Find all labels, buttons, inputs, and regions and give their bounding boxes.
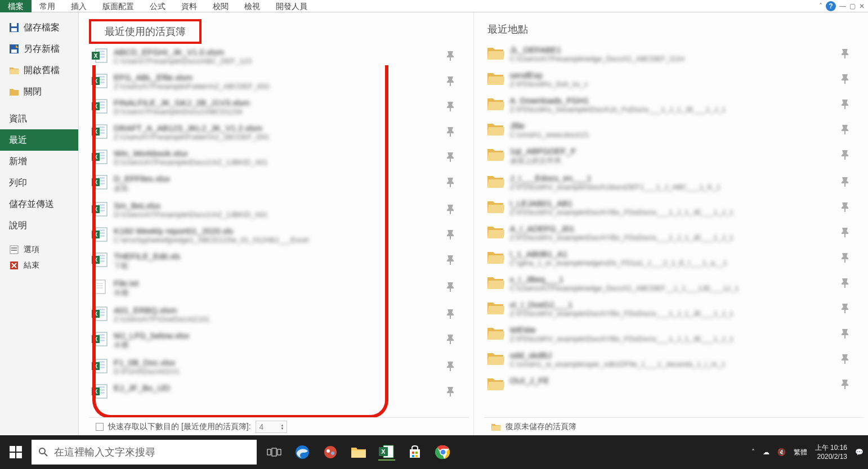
ribbon-tab-data[interactable]: 資料 — [173, 0, 205, 12]
recent-file-item[interactable]: X EFG_ABL_Efile.xlsm Z:\UsersA\TFexample… — [89, 69, 459, 94]
recent-files-list[interactable]: X ABCD_EFGHI_JK_V1.0.xlsm C:\Users\TFexa… — [89, 44, 469, 417]
minimize-icon[interactable]: — — [839, 2, 846, 10]
sidebar-item-options[interactable]: 選項 — [0, 242, 78, 258]
tray-chevron-icon[interactable]: ˄ — [751, 448, 755, 456]
pin-icon[interactable] — [444, 281, 457, 293]
pin-icon[interactable] — [839, 201, 851, 213]
file-explorer-icon[interactable] — [350, 444, 367, 461]
pin-icon[interactable] — [839, 353, 851, 365]
sidebar-item-save[interactable]: 儲存檔案 — [0, 17, 78, 38]
recent-place-item[interactable]: JL_DEFABE1 C:\Users\A\TFexample\edge_Doc… — [484, 42, 854, 66]
ribbon-tab-file[interactable]: 檔案 — [0, 0, 32, 12]
ribbon-tab-home[interactable]: 常用 — [32, 0, 63, 12]
recent-file-item[interactable]: X FINALFILE_JK_GKJ_2B_J1V3.xlsm D:\Users… — [89, 94, 459, 119]
ribbon-min-icon[interactable]: ˄ — [819, 2, 822, 10]
pin-icon[interactable] — [839, 98, 851, 110]
taskview-icon[interactable] — [266, 444, 283, 461]
speaker-icon[interactable]: 🔇 — [777, 448, 786, 456]
ribbon-tab-formula[interactable]: 公式 — [142, 0, 173, 12]
ribbon-tab-review[interactable]: 校閱 — [205, 0, 236, 12]
excel-icon[interactable]: X — [378, 444, 395, 461]
recent-place-item[interactable]: sendExp Z:\FD\lcsW\s_Soh_kv_v — [484, 66, 854, 92]
pin-icon[interactable] — [839, 277, 851, 289]
recent-place-item[interactable]: I_LEJAB01_AB1 Z:\FD\lcsW\V_example\DocA\… — [484, 195, 854, 220]
start-button[interactable] — [0, 435, 32, 469]
spinner-arrows-icon[interactable]: ▲▼ — [281, 423, 284, 430]
pin-icon[interactable] — [444, 176, 457, 188]
recent-place-item[interactable]: 1qI_ABFGDEF_F 桌面上的文件夾 — [484, 142, 854, 169]
pin-icon[interactable] — [444, 125, 457, 138]
pin-icon[interactable] — [444, 254, 457, 266]
store-icon[interactable] — [406, 444, 423, 461]
recent-file-item[interactable]: X MJ_LFG_below.xlsx 本機 — [89, 327, 459, 354]
pin-icon[interactable] — [444, 385, 457, 398]
pin-icon[interactable] — [444, 100, 457, 112]
onedrive-icon[interactable]: ☁ — [763, 448, 769, 456]
recent-place-item[interactable]: I_1_AB0B1_A1 C:\ge\a_1_er_example\edge\o… — [484, 245, 854, 270]
pin-icon[interactable] — [444, 308, 457, 320]
recent-place-item[interactable]: odd_skdBJ C:\cmdA1_w_example\oper_ndb1DF… — [484, 346, 854, 372]
taskbar-search[interactable]: 在這裡輸入文字來搜尋 — [32, 440, 257, 465]
sidebar-item-exit[interactable]: 結束 — [0, 258, 78, 273]
pin-icon[interactable] — [444, 360, 457, 372]
recent-place-item[interactable]: A. Downloads_FGH1 Z:\FD\lcsW\s_Sexample\… — [484, 92, 854, 117]
chrome-icon[interactable] — [435, 444, 451, 461]
sidebar-item-help[interactable]: 說明 — [0, 215, 78, 236]
recent-place-item[interactable]: A_I_ADEFG_J01 Z:\FD\lcsW\V_example\DocA\… — [484, 220, 854, 245]
pin-icon[interactable] — [839, 148, 851, 161]
recent-file-item[interactable]: X Sm_BeLxlsx D:\Users\A\TFexample\Docs1\… — [89, 197, 459, 222]
recent-file-item[interactable]: X DRAFT_A_AB123_JKL2_JK_V1.2.xlsm Z:\Use… — [89, 119, 459, 145]
recent-file-item[interactable]: X A01_ERBQ.xlsm Z:\UsersA\TF\OneDoc\AZ10… — [89, 301, 459, 327]
recent-file-item[interactable]: X K160 Weekly report01_2020.xls C:\ersx\… — [89, 222, 459, 247]
pin-icon[interactable] — [839, 226, 851, 238]
recent-file-item[interactable]: X ABCD_EFGHI_JK_V1.0.xlsm C:\Users\TFexa… — [89, 44, 459, 69]
sidebar-item-close[interactable]: 關閉 — [0, 81, 78, 102]
pin-icon[interactable] — [839, 123, 851, 136]
recent-file-item[interactable]: X D_EFFiles.xlsx 桌面 — [89, 170, 459, 197]
sidebar-item-send[interactable]: 儲存並傳送 — [0, 193, 78, 215]
pin-icon[interactable] — [839, 378, 851, 390]
sidebar-item-open[interactable]: 開啟舊檔 — [0, 60, 78, 81]
pin-icon[interactable] — [444, 75, 457, 87]
recent-place-item[interactable]: J_I___Edocs_en___1 Z:\FD\lcsW\V_example\… — [484, 169, 854, 195]
recent-place-item[interactable]: xI_I_DoeDJ___1 Z:\FD\lcsW\V_example\DocA… — [484, 296, 854, 321]
recent-place-item[interactable]: OUI_J_FE — [484, 372, 854, 395]
restore-icon[interactable]: ▢ — [849, 2, 856, 10]
notifications-icon[interactable]: 💬 — [855, 448, 863, 456]
sidebar-item-info[interactable]: 資訊 — [0, 108, 78, 129]
recent-place-item[interactable]: Jfile C:\cmdA1_www.docs\21 — [484, 117, 854, 142]
pin-icon[interactable] — [839, 251, 851, 264]
edge-icon[interactable] — [294, 444, 311, 461]
pin-icon[interactable] — [444, 228, 457, 241]
pin-icon[interactable] — [839, 175, 851, 188]
help-icon[interactable]: ? — [826, 1, 836, 11]
recent-place-item[interactable]: x_I_JBeq___1 C:\Users\A\TFexample\edge_D… — [484, 270, 854, 296]
pin-icon[interactable] — [444, 203, 457, 215]
recent-file-item[interactable]: X Win_Workbook.xlsx D:\Users\A\TFexample… — [89, 145, 459, 170]
recent-places-list[interactable]: JL_DEFABE1 C:\Users\A\TFexample\edge_Doc… — [484, 42, 864, 417]
recent-file-item[interactable]: File.txt 本機 — [89, 274, 459, 301]
recover-label[interactable]: 復原未儲存的活頁簿 — [505, 422, 576, 432]
ime-label[interactable]: 繁體 — [794, 448, 807, 457]
close-icon[interactable]: ✕ — [859, 2, 865, 10]
pin-icon[interactable] — [444, 49, 457, 62]
pin-icon[interactable] — [444, 333, 457, 345]
pin-icon[interactable] — [839, 47, 851, 60]
ribbon-tab-dev[interactable]: 開發人員 — [268, 0, 315, 12]
quick-access-spinner[interactable]: 4 ▲▼ — [256, 421, 287, 433]
ribbon-tab-view[interactable]: 檢視 — [236, 0, 268, 12]
pin-icon[interactable] — [839, 327, 851, 340]
sidebar-item-new[interactable]: 新增 — [0, 151, 78, 172]
taskbar-clock[interactable]: 上午 10:16 2020/2/13 — [815, 443, 847, 461]
sidebar-item-recent[interactable]: 最近 — [0, 129, 78, 151]
sidebar-item-saveas[interactable]: 另存新檔 — [0, 38, 78, 60]
recent-file-item[interactable]: X F1_0B_Doc.xlsx D:\FGHI\Doc\A01V1 — [89, 354, 459, 379]
recent-file-item[interactable]: X EJ_JF_Bo_IJD — [89, 379, 459, 403]
app-icon-red[interactable] — [322, 444, 339, 461]
ribbon-tab-insert[interactable]: 插入 — [63, 0, 95, 12]
quick-access-checkbox[interactable] — [96, 423, 104, 431]
recent-file-item[interactable]: X THEFILE_Edit.xls 下載 — [89, 247, 459, 274]
pin-icon[interactable] — [839, 73, 851, 85]
sidebar-item-print[interactable]: 列印 — [0, 172, 78, 193]
ribbon-tab-layout[interactable]: 版面配置 — [95, 0, 142, 12]
